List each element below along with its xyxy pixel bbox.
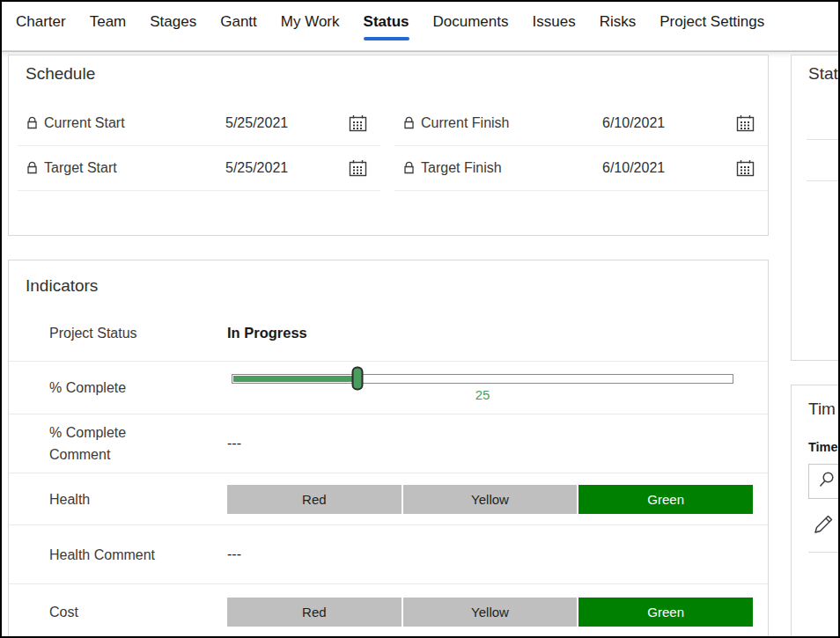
health-comment-row: Health Comment ---	[9, 525, 768, 584]
indicators-card: Indicators Project Status In Progress % …	[8, 260, 769, 638]
field-label: Current Finish	[421, 115, 602, 131]
right-time-title: Tim	[808, 400, 840, 419]
health-label: Health	[49, 488, 227, 510]
pencil-icon	[813, 524, 836, 539]
tab-issues[interactable]: Issues	[533, 13, 576, 50]
search-icon	[817, 470, 836, 493]
percent-complete-label: % Complete	[49, 377, 227, 399]
right-time-subtitle: Time	[808, 440, 840, 454]
tab-my-work[interactable]: My Work	[281, 13, 340, 50]
edit-button[interactable]	[813, 512, 840, 540]
right-status-title: Stat	[808, 64, 840, 84]
project-status-value: In Progress	[227, 325, 307, 341]
field-target-start: Target Start 5/25/2021	[18, 146, 380, 191]
health-red-button[interactable]: Red	[227, 485, 402, 514]
calendar-icon[interactable]	[348, 114, 368, 134]
slider-thumb[interactable]	[352, 367, 364, 391]
schedule-title: Schedule	[26, 64, 768, 84]
schedule-card: Schedule Current Start 5/25/2021 Current…	[8, 55, 769, 236]
tab-charter[interactable]: Charter	[16, 13, 66, 50]
project-status-label: Project Status	[49, 322, 227, 344]
tab-status-label: Status	[364, 13, 409, 30]
health-comment-value[interactable]: ---	[227, 546, 241, 562]
health-segmented-control: Red Yellow Green	[227, 485, 753, 514]
cost-segmented-control: Red Yellow Green	[227, 598, 753, 627]
calendar-icon[interactable]	[348, 158, 368, 179]
field-value: 6/10/2021	[602, 115, 665, 131]
tab-stages[interactable]: Stages	[150, 13, 196, 50]
calendar-icon[interactable]	[735, 158, 755, 179]
field-current-finish: Current Finish 6/10/2021	[394, 101, 768, 146]
field-target-finish: Target Finish 6/10/2021	[394, 146, 768, 191]
lock-icon	[26, 116, 39, 130]
cost-label: Cost	[49, 601, 227, 623]
field-value: 6/10/2021	[602, 160, 665, 176]
percent-complete-comment-row: % Complete Comment ---	[9, 414, 768, 473]
tab-risks[interactable]: Risks	[600, 13, 637, 50]
tab-gantt[interactable]: Gantt	[220, 13, 257, 50]
lock-icon	[402, 116, 416, 130]
status-page: Charter Team Stages Gantt My Work Status…	[0, 0, 840, 638]
tab-documents[interactable]: Documents	[433, 13, 509, 50]
health-row: Health Red Yellow Green	[9, 473, 768, 525]
health-comment-label: Health Comment	[49, 544, 155, 566]
lock-icon	[26, 161, 39, 175]
top-nav: Charter Team Stages Gantt My Work Status…	[2, 2, 838, 52]
field-value: 5/25/2021	[225, 160, 288, 176]
field-label: Target Start	[44, 160, 225, 176]
field-label: Current Start	[44, 115, 225, 131]
cost-red-button[interactable]: Red	[227, 598, 402, 627]
project-status-row: Project Status In Progress	[9, 304, 768, 362]
percent-complete-comment-value[interactable]: ---	[227, 436, 241, 451]
health-green-button[interactable]: Green	[578, 485, 753, 514]
tab-team[interactable]: Team	[90, 13, 127, 50]
divider	[807, 180, 840, 181]
percent-complete-row: % Complete 25	[9, 362, 768, 414]
calendar-icon[interactable]	[735, 114, 755, 134]
percent-complete-readout: 25	[232, 387, 733, 402]
divider	[807, 139, 840, 140]
divider	[808, 552, 840, 553]
active-tab-underline	[364, 37, 409, 40]
lock-icon	[402, 161, 416, 175]
search-input[interactable]	[808, 464, 840, 499]
schedule-fields: Current Start 5/25/2021 Current Finish 6…	[18, 101, 768, 191]
health-yellow-button[interactable]: Yellow	[403, 485, 578, 514]
field-value: 5/25/2021	[225, 115, 288, 131]
field-label: Target Finish	[421, 160, 602, 176]
cost-yellow-button[interactable]: Yellow	[403, 598, 578, 627]
cost-green-button[interactable]: Green	[578, 598, 753, 627]
indicators-title: Indicators	[26, 276, 768, 296]
tab-status[interactable]: Status	[364, 13, 409, 50]
field-current-start: Current Start 5/25/2021	[18, 101, 380, 146]
right-status-card: Stat	[791, 55, 840, 361]
cost-row: Cost Red Yellow Green	[9, 584, 768, 638]
percent-complete-comment-label: % Complete Comment	[49, 422, 173, 466]
slider-fill	[233, 376, 357, 382]
percent-complete-slider[interactable]	[232, 374, 733, 384]
tab-project-settings[interactable]: Project Settings	[659, 13, 764, 50]
right-time-card: Tim Time	[791, 385, 840, 638]
